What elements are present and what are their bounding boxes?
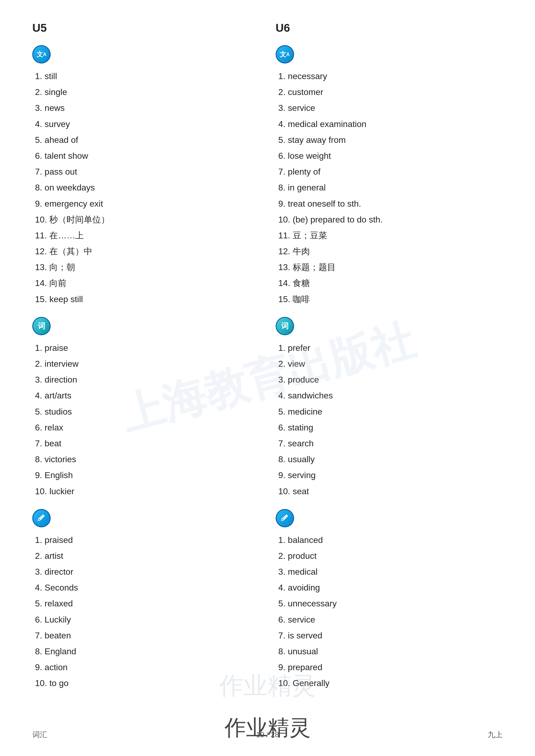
u6-write-icon <box>276 509 294 527</box>
list-item: 5. relaxed <box>35 596 243 611</box>
u5-column: U5 文A 1. still 2. single 3. news 4. surv… <box>32 21 260 701</box>
list-item: 8. England <box>35 643 243 660</box>
list-item: 9. prepared <box>278 660 487 675</box>
list-item: 8. unusual <box>278 643 487 660</box>
u5-vocab-section: 文A 1. still 2. single 3. news 4. survey … <box>32 45 243 307</box>
list-item: 3. news <box>35 100 243 116</box>
list-item: 2. interview <box>35 356 243 372</box>
list-item: 3. medical <box>278 564 487 580</box>
list-item: 2. product <box>278 548 487 564</box>
list-item: 4. Seconds <box>35 580 243 596</box>
list-item: 4. survey <box>35 116 243 132</box>
list-item: 1. necessary <box>278 68 487 84</box>
list-item: 12. 在（其）中 <box>35 243 243 259</box>
list-item: 5. studios <box>35 404 243 420</box>
list-item: 10. luckier <box>35 483 243 500</box>
list-item: 10. 秒（时间单位） <box>35 212 243 228</box>
list-item: 9. English <box>35 467 243 483</box>
list-item: 7. is served <box>278 628 487 643</box>
list-item: 11. 在……上 <box>35 228 243 243</box>
list-item: 14. 向前 <box>35 275 243 291</box>
list-item: 3. produce <box>278 372 487 388</box>
list-item: 2. view <box>278 356 487 372</box>
list-item: 2. single <box>35 84 243 100</box>
list-item: 2. artist <box>35 548 243 564</box>
list-item: 4. sandwiches <box>278 388 487 404</box>
list-item: 13. 标题；题目 <box>278 259 487 275</box>
u6-title: U6 <box>276 21 487 35</box>
list-item: 3. service <box>278 100 487 116</box>
u5-write-section: 1. praised 2. artist 3. director 4. Seco… <box>32 509 243 691</box>
list-item: 6. relax <box>35 420 243 436</box>
list-item: 15. keep still <box>35 291 243 307</box>
u6-write-list: 1. balanced 2. product 3. medical 4. avo… <box>276 532 487 691</box>
list-item: 9. treat oneself to sth. <box>278 196 487 212</box>
list-item: 1. praised <box>35 532 243 548</box>
u6-vocab-section: 文A 1. necessary 2. customer 3. service 4… <box>276 45 487 307</box>
list-item: 14. 食糖 <box>278 275 487 291</box>
list-item: 7. beat <box>35 436 243 451</box>
list-item: 4. art/arts <box>35 388 243 404</box>
u6-word-list: 1. prefer 2. view 3. produce 4. sandwich… <box>276 340 487 500</box>
list-item: 8. on weekdays <box>35 180 243 196</box>
list-item: 6. stating <box>278 420 487 436</box>
list-item: 10. Generally <box>278 675 487 691</box>
u5-word-section: 词 1. praise 2. interview 3. direction 4.… <box>32 317 243 500</box>
u5-write-icon <box>32 509 51 527</box>
list-item: 5. ahead of <box>35 132 243 148</box>
list-item: 5. medicine <box>278 404 487 420</box>
list-item: 1. still <box>35 68 243 84</box>
list-item: 6. lose weight <box>278 148 487 164</box>
u5-vocab-icon: 文A <box>32 45 51 64</box>
list-item: 7. plenty of <box>278 164 487 180</box>
list-item: 3. director <box>35 564 243 580</box>
list-item: 9. action <box>35 660 243 675</box>
u6-column: U6 文A 1. necessary 2. customer 3. servic… <box>260 21 503 701</box>
u6-write-section: 1. balanced 2. product 3. medical 4. avo… <box>276 509 487 691</box>
u5-word-icon: 词 <box>32 317 51 335</box>
bottom-logo: 作业精灵 <box>0 708 535 753</box>
list-item: 6. talent show <box>35 148 243 164</box>
list-item: 1. prefer <box>278 340 487 356</box>
list-item: 11. 豆；豆菜 <box>278 228 487 243</box>
list-item: 3. direction <box>35 372 243 388</box>
u5-title: U5 <box>32 21 243 35</box>
list-item: 8. usually <box>278 451 487 467</box>
u6-word-section: 词 1. prefer 2. view 3. produce 4. sandwi… <box>276 317 487 500</box>
list-item: 5. unnecessary <box>278 596 487 611</box>
list-item: 13. 向；朝 <box>35 259 243 275</box>
list-item: 8. victories <box>35 451 243 467</box>
list-item: 2. customer <box>278 84 487 100</box>
list-item: 4. medical examination <box>278 116 487 132</box>
u6-vocab-icon: 文A <box>276 45 294 64</box>
u5-vocab-list: 1. still 2. single 3. news 4. survey 5. … <box>32 68 243 307</box>
list-item: 7. beaten <box>35 628 243 643</box>
list-item: 7. search <box>278 436 487 451</box>
list-item: 8. in general <box>278 180 487 196</box>
list-item: 1. balanced <box>278 532 487 548</box>
list-item: 5. stay away from <box>278 132 487 148</box>
u6-word-icon: 词 <box>276 317 294 335</box>
list-item: 7. pass out <box>35 164 243 180</box>
list-item: 9. serving <box>278 467 487 483</box>
u5-word-list: 1. praise 2. interview 3. direction 4. a… <box>32 340 243 500</box>
list-item: 6. Luckily <box>35 612 243 628</box>
list-item: 15. 咖啡 <box>278 291 487 307</box>
list-item: 4. avoiding <box>278 580 487 596</box>
list-item: 10. seat <box>278 483 487 500</box>
list-item: 1. praise <box>35 340 243 356</box>
list-item: 9. emergency exit <box>35 196 243 212</box>
u5-write-list: 1. praised 2. artist 3. director 4. Seco… <box>32 532 243 691</box>
list-item: 6. service <box>278 612 487 628</box>
list-item: 10. to go <box>35 675 243 691</box>
list-item: 10. (be) prepared to do sth. <box>278 212 487 228</box>
list-item: 12. 牛肉 <box>278 243 487 259</box>
page: 上海教育出版社 作业精灵 U5 文A 1. still 2. single 3.… <box>0 0 535 756</box>
u6-vocab-list: 1. necessary 2. customer 3. service 4. m… <box>276 68 487 307</box>
